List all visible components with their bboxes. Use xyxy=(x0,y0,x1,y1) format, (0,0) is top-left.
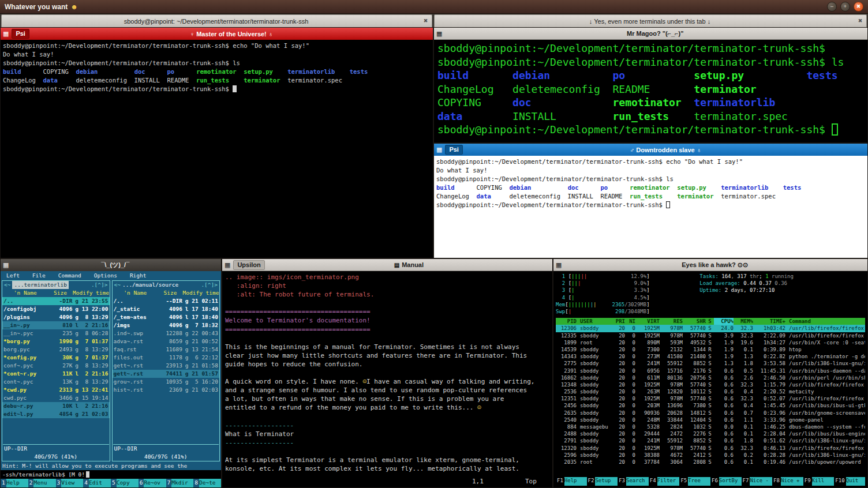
fkey-search[interactable]: F3Search xyxy=(618,477,649,486)
col-name[interactable]: 'n Name xyxy=(113,289,159,297)
process-row[interactable]: 2035root2003778430642808S0.60.10:19.46/u… xyxy=(556,459,865,466)
process-row[interactable]: 14343sboddy200273M4158021480S1.91.30:22.… xyxy=(556,353,865,360)
tab-left-terminals[interactable]: sboddy@pinpoint: ~/Development/terminato… xyxy=(1,14,432,27)
terminal-titlebar-master[interactable]: ▦ Psi ♀ Master of the Universe! ♁ xyxy=(1,28,433,40)
fkey-help[interactable]: F1Help xyxy=(556,477,587,486)
mc-menu-file[interactable]: File xyxy=(32,272,46,280)
fkey-quit[interactable]: F10Quit xyxy=(834,477,865,486)
process-row[interactable]: 2596sboddy2003838846722412S0.60.20:28.28… xyxy=(556,452,865,459)
group-button-psi[interactable]: Psi xyxy=(12,29,29,39)
process-row[interactable]: 2488sboddy2002944424722276S0.60.12:28.04… xyxy=(556,430,865,437)
mc-file-row[interactable]: faq.rst11689g 13 21:54 xyxy=(113,346,220,354)
process-row[interactable]: 884messagebu200532828241032S0.00.11:46.2… xyxy=(556,423,865,430)
process-row[interactable]: 2635sboddy200909362062814812S0.60.70:23.… xyxy=(556,410,865,416)
fkey-menu[interactable]: 2Menu xyxy=(28,479,56,487)
group-button-psi[interactable]: Psi xyxy=(445,145,463,155)
col-name[interactable]: 'n Name xyxy=(2,289,48,297)
mc-file-row[interactable]: /..-DIRg 21 23:55 xyxy=(2,297,110,305)
mc-file-row[interactable]: *cont~r.py11Kl 2 21:16 xyxy=(2,370,110,378)
htop-screen[interactable]: 1 [||||| 12.9%] Tasks: 164, 317 thr; 1 r… xyxy=(553,271,867,487)
process-row[interactable]: 14539sboddy200730021321344R1.90.10:39.89… xyxy=(556,346,865,353)
mc-file-row[interactable]: .ind~.swp12288g 22 00:43 xyxy=(113,329,220,337)
fkey-help[interactable]: 1Help xyxy=(1,479,28,487)
window-titlebar[interactable]: Whatever you want ☻ – + ✖ xyxy=(0,0,868,14)
mc-file-row[interactable]: grou~.rst10935g 5 16:20 xyxy=(113,378,220,386)
fkey-mkdir[interactable]: 7Mkdir xyxy=(166,479,194,487)
fkey-tree[interactable]: F5Tree xyxy=(679,477,710,486)
mc-file-row[interactable]: /imgs4096g 7 18:32 xyxy=(113,321,220,329)
mc-menu-right[interactable]: Right xyxy=(130,272,147,280)
mc-file-row[interactable]: /plugins4096g 8 13:29 xyxy=(2,313,110,321)
fkey-de-te[interactable]: 8De~te xyxy=(193,479,221,487)
col-size[interactable]: Size xyxy=(158,289,182,297)
mc-column-headers[interactable]: 'n Name Size Modify time xyxy=(113,289,220,297)
process-row[interactable]: 2456sboddy200203M136967380S0.60.41:45.45… xyxy=(556,402,865,409)
process-row[interactable]: 12320sboddy2001925M978M57740S0.632.30:46… xyxy=(556,445,865,452)
mc-file-row[interactable]: *cwd.py2313g 13 22:41 xyxy=(2,386,110,394)
tab-close-icon[interactable]: ✖ xyxy=(421,17,430,25)
fkey-filter[interactable]: F4Filter xyxy=(649,477,680,486)
terminal-screen-slave[interactable]: sboddy@pinpoint:~/Development/terminator… xyxy=(434,156,867,258)
mc-menu-options[interactable]: Options xyxy=(94,272,117,280)
mc-screen[interactable]: LeftFileCommandOptionsRight <~ ...termin… xyxy=(1,271,221,487)
process-row[interactable]: 2536sboddy200263M1282010112S0.60.42:20.5… xyxy=(556,388,865,395)
mc-file-row[interactable]: /_tem~ates4096l 17 18:40 xyxy=(113,313,220,321)
fkey-re-ov[interactable]: 6Re~ov xyxy=(139,479,166,487)
mc-file-row[interactable]: *borg.py1990g 7 01:37 xyxy=(2,337,110,346)
mc-file-row[interactable]: files.out1178g 6 22:12 xyxy=(113,354,220,362)
tab-right-terminals[interactable]: ↓ Yes, even more terminals under this ta… xyxy=(434,14,867,27)
mc-menu-left[interactable]: Left xyxy=(6,272,20,280)
terminal-screen-magoo[interactable]: sboddy@pinpoint:~/Development/terminator… xyxy=(434,40,867,142)
mc-file-row[interactable]: __in~.py810l 2 21:16 xyxy=(2,321,110,329)
mc-file-row[interactable]: hist~.rst2369g 21 02:03 xyxy=(113,386,220,394)
col-mtime[interactable]: Modify time xyxy=(73,289,110,297)
mc-file-row[interactable]: /configobj4096g 13 22:00 xyxy=(2,305,110,313)
fkey-nice-[interactable]: F7Nice - xyxy=(742,477,773,486)
mc-file-row[interactable]: cont~.pyc13Kg 8 13:29 xyxy=(2,378,110,386)
mc-column-headers[interactable]: 'n Name Size Modify time xyxy=(2,289,110,297)
terminal-screen-master[interactable]: sboddy@pinpoint:~/Development/terminator… xyxy=(1,40,433,258)
mc-file-row[interactable]: __in~.pyc235g 8 06:28 xyxy=(2,329,110,337)
fkey-view[interactable]: 3View xyxy=(56,479,84,487)
mc-file-row[interactable]: cwd.pyc3466g 15 19:14 xyxy=(2,394,110,402)
terminal-title[interactable]: Mr Magoo? "(⌐_⌐)" xyxy=(445,30,865,37)
process-row[interactable]: 12348sboddy2001925M978M57740S0.632.31:15… xyxy=(556,381,865,388)
mc-file-row[interactable]: debu~r.py10Kl 2 21:16 xyxy=(2,402,110,410)
process-row[interactable]: 1899root200890M593M49532S1.919.61h34:27/… xyxy=(556,339,865,346)
mc-right-path[interactable]: <~ .../manual/source .[^]> xyxy=(113,281,220,289)
mc-file-row[interactable]: /..--DIRg 21 02:11 xyxy=(113,297,220,305)
terminal-titlebar-htop[interactable]: ▦ Eyes like a hawk? ⊙⊙ xyxy=(553,259,867,271)
terminal-screen-manual[interactable]: .. image:: imgs/icon_terminator.png :ali… xyxy=(222,271,552,487)
mc-file-row[interactable]: edit~l.py4854g 21 02:03 xyxy=(2,410,110,418)
mc-file-row[interactable]: adva~.rst8659g 21 00:52 xyxy=(113,337,220,346)
minimize-button[interactable]: – xyxy=(827,2,837,12)
mc-menu-command[interactable]: Command xyxy=(58,272,81,280)
col-size[interactable]: Size xyxy=(48,289,73,297)
terminal-titlebar-magoo[interactable]: ▦ Mr Magoo? "(⌐_⌐)" xyxy=(434,28,867,40)
htop-header-row[interactable]: PIDUSERPRINIVIRTRESSHRSCPU%MEM%TIME+Comm… xyxy=(556,318,865,325)
fkey-edit[interactable]: 4Edit xyxy=(83,479,111,487)
group-button-upsilon[interactable]: Upsilon xyxy=(233,260,264,270)
maximize-button[interactable]: + xyxy=(840,2,850,12)
terminal-titlebar-manual[interactable]: ▦ Upsilon ▤Manual xyxy=(222,259,552,271)
process-row[interactable]: 16862sboddy200611M8013620756S0.62.62:46.… xyxy=(556,374,865,381)
mc-shell-prompt[interactable]: -ssh/terminatorlib$ [M 0! xyxy=(1,470,221,479)
process-row[interactable]: 2391sboddy2006956157162176S0.60.511:45.3… xyxy=(556,367,865,374)
mc-left-path[interactable]: <~ ...terminatorlib .[^]> xyxy=(2,281,110,289)
fkey-setup[interactable]: F2Setup xyxy=(587,477,618,486)
terminal-titlebar-slave[interactable]: ▦ Psi ♂ Downtrodden slave ♁ xyxy=(434,144,867,156)
close-button[interactable]: ✖ xyxy=(854,2,863,12)
process-row[interactable]: 12351sboddy2001925M978M57740S0.632.30:52… xyxy=(556,395,865,402)
mc-file-row[interactable]: gett~.rst23913g 21 01:58 xyxy=(113,362,220,370)
col-mtime[interactable]: Modify time xyxy=(182,289,219,297)
fkey-copy[interactable]: 5Copy xyxy=(111,479,139,487)
fkey-nice-[interactable]: F8Nice + xyxy=(772,477,803,486)
mc-file-row[interactable]: *config.py30Kg 7 01:37 xyxy=(2,354,110,362)
fkey-sortby[interactable]: F6SortBy xyxy=(710,477,742,486)
mc-file-row[interactable]: /_static4096l 17 18:40 xyxy=(113,305,220,313)
tab-close-icon[interactable]: ✖ xyxy=(856,17,865,25)
mc-file-row[interactable]: conf~.pyc27Kg 8 13:29 xyxy=(2,362,110,370)
process-row[interactable]: 2540sboddy200248M3384412404S0.61.13:33.9… xyxy=(556,416,865,423)
terminal-titlebar-mc[interactable]: ▦ ¯\_(ツ)_/¯ xyxy=(1,259,221,271)
htop-table-header[interactable]: PIDUSERPRINIVIRTRESSHRSCPU%MEM%TIME+Comm… xyxy=(556,318,865,325)
